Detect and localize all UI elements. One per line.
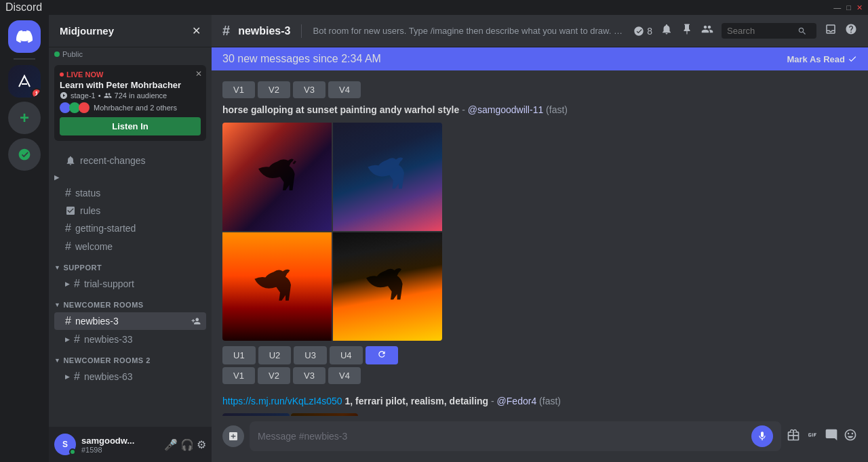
midjourney-server-icon[interactable]: 1	[8, 65, 41, 98]
server-menu-chevron[interactable]: ✕	[192, 24, 201, 37]
settings-button[interactable]: ⚙	[197, 438, 206, 451]
v3-button-top[interactable]: V3	[293, 81, 326, 98]
channel-list: recent-changes ▶ # status rules # gettin…	[49, 146, 212, 427]
microphone-button[interactable]	[751, 425, 773, 447]
prompt-text-2: 1, ferrari pilot, realism, detailing	[345, 396, 489, 406]
maximize-button[interactable]: □	[846, 3, 851, 12]
channel-item-getting-started[interactable]: # getting-started	[54, 219, 206, 237]
channel-name: newbies-33	[84, 334, 133, 345]
mention[interactable]: @samgoodwill-11	[468, 104, 543, 115]
refresh-button[interactable]	[366, 346, 398, 364]
separator-2: -	[491, 396, 497, 406]
pin-icon[interactable]	[681, 23, 693, 39]
v4-button-top[interactable]: V4	[328, 81, 361, 98]
gif-icon[interactable]	[806, 428, 819, 444]
mention-2[interactable]: @Fedor4	[497, 396, 537, 406]
u4-button[interactable]: U4	[330, 346, 363, 364]
channel-item-welcome[interactable]: # welcome	[54, 238, 206, 255]
new-messages-banner: 30 new messages since 2:34 AM Mark As Re…	[212, 47, 868, 70]
channel-name: trial-support	[84, 278, 134, 289]
u2-button[interactable]: U2	[258, 346, 292, 364]
live-now-banner: ✕ LIVE NOW Learn with Peter Mohrbacher s…	[54, 65, 206, 141]
minimize-button[interactable]: —	[833, 3, 841, 12]
new-messages-text: 30 new messages since 2:34 AM	[222, 53, 381, 65]
channel-item-trial-support[interactable]: ▶ # trial-support	[54, 275, 206, 293]
image-link[interactable]: https://s.mj.run/vKqLzI4s050	[222, 396, 342, 406]
channel-item-recent-changes[interactable]: recent-changes	[54, 152, 206, 169]
notification-badge: 1	[31, 88, 41, 98]
category-newcomer-rooms-2[interactable]: ▼ NEWCOMER ROOMS 2	[49, 354, 212, 367]
inbox-icon[interactable]	[825, 23, 837, 39]
add-attachment-button[interactable]	[222, 425, 244, 447]
channel-name: recent-changes	[80, 155, 146, 166]
server-divider	[14, 58, 35, 60]
members-icon[interactable]	[701, 23, 713, 39]
channel-item-newbies-63[interactable]: ▶ # newbies-63	[54, 368, 206, 385]
bell-icon[interactable]	[660, 23, 673, 39]
v2-button-bottom[interactable]: V2	[258, 367, 290, 384]
message-input[interactable]	[258, 431, 746, 442]
search-input[interactable]	[727, 26, 795, 36]
refresh-icon	[377, 350, 387, 359]
v4-button-bottom[interactable]: V4	[328, 367, 361, 384]
server-header[interactable]: Midjourney ✕	[49, 15, 212, 47]
window-controls: — □ ✕	[833, 3, 863, 12]
v3-button-bottom[interactable]: V3	[293, 367, 326, 384]
plus-icon	[228, 431, 239, 442]
hash-icon: #	[74, 371, 80, 383]
live-banner-close[interactable]: ✕	[195, 69, 202, 79]
channel-header-name: newbies-3	[238, 25, 290, 37]
help-icon[interactable]	[845, 23, 857, 39]
user-avatar: S	[54, 434, 76, 455]
variation-buttons-bottom: V1 V2 V3 V4	[222, 367, 857, 384]
message-text-2: https://s.mj.run/vKqLzI4s050 1, ferrari …	[222, 395, 857, 408]
channel-item-rules[interactable]: rules	[54, 203, 206, 219]
add-server-button[interactable]: +	[8, 102, 41, 134]
chevron-down-icon: ▼	[54, 357, 60, 364]
explore-button[interactable]	[8, 138, 41, 171]
channel-hash-icon: #	[222, 23, 230, 39]
channel-item-newbies-3[interactable]: # newbies-3	[54, 312, 206, 330]
close-button[interactable]: ✕	[856, 3, 863, 12]
header-actions: 8	[633, 23, 857, 39]
channel-description: Bot room for new users. Type /imagine th…	[313, 26, 625, 36]
v1-button-top[interactable]: V1	[222, 81, 255, 98]
stage-icon	[633, 26, 644, 37]
emoji-icon[interactable]	[844, 428, 857, 444]
category-newcomer-rooms[interactable]: ▼ NEWCOMER ROOMS	[49, 298, 212, 312]
search-icon	[797, 26, 807, 36]
category-info[interactable]: ▶	[49, 171, 212, 184]
member-count: 8	[647, 26, 652, 37]
message-input-box[interactable]	[250, 421, 781, 451]
listen-in-button[interactable]: Listen In	[60, 117, 201, 135]
search-box[interactable]	[722, 23, 816, 39]
horse-svg-2	[361, 150, 415, 204]
v1-button-bottom[interactable]: V1	[222, 367, 255, 384]
channel-item-status[interactable]: # status	[54, 184, 206, 202]
check-icon	[848, 54, 857, 64]
channel-item-newbies-33[interactable]: ▶ # newbies-33	[54, 331, 206, 348]
gift-icon[interactable]	[787, 428, 800, 444]
username: samgoodw...	[81, 436, 159, 446]
main-content: # newbies-3 Bot room for new users. Type…	[212, 15, 868, 462]
discord-home-button[interactable]	[8, 20, 41, 53]
chevron-right-icon: ▶	[65, 336, 70, 343]
live-meta: stage-1 • 724 in audience	[60, 91, 201, 100]
chevron-right-icon: ▶	[65, 373, 70, 380]
mic-button[interactable]: 🎤	[164, 438, 178, 451]
image-cell-4	[333, 232, 442, 341]
mark-as-read-button[interactable]: Mark As Read	[787, 54, 858, 64]
server-name: Midjourney	[60, 25, 114, 37]
sticker-icon[interactable]	[825, 428, 838, 444]
channel-name: getting-started	[75, 223, 136, 234]
horse-svg-4	[361, 259, 415, 314]
headphones-button[interactable]: 🎧	[180, 438, 194, 451]
u1-button[interactable]: U1	[222, 346, 256, 364]
server-visibility: Public	[62, 50, 83, 58]
v2-button-top[interactable]: V2	[258, 81, 290, 98]
u3-button[interactable]: U3	[294, 346, 327, 364]
horse-svg-1	[250, 150, 304, 204]
image-cell-1	[222, 123, 332, 231]
hash-icon: #	[65, 187, 71, 199]
category-support[interactable]: ▼ SUPPORT	[49, 261, 212, 274]
